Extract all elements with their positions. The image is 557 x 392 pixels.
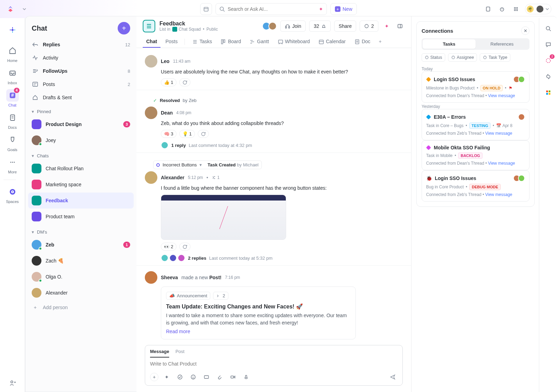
reaction[interactable]: 👍 1	[161, 78, 176, 86]
panel-toggle-icon[interactable]	[395, 21, 405, 31]
thread-summary[interactable]: 1 replyLast comment today at 4:32 pm	[161, 141, 403, 149]
section-DM's[interactable]: ▾DM's	[25, 225, 136, 237]
sidebar-item[interactable]: Feedback	[28, 193, 134, 209]
guests-button[interactable]: 2	[360, 21, 378, 32]
composer-input[interactable]	[150, 361, 398, 367]
add-reaction[interactable]	[179, 243, 190, 251]
member-count[interactable]: 32	[309, 21, 331, 32]
search-field[interactable]	[228, 6, 316, 12]
nav-more[interactable]: More	[3, 154, 22, 176]
task-chip[interactable]: Incorrect Buttons▾Task Created by Michae…	[153, 160, 262, 169]
view-board[interactable]: Board	[217, 36, 244, 48]
add-reaction[interactable]	[198, 130, 209, 138]
app-logo[interactable]	[6, 4, 15, 14]
connection-card[interactable]: 🐞Login SSO Issues Bug in Core Product•DE…	[422, 170, 529, 202]
user-menu[interactable]: 🌴	[525, 4, 551, 14]
section-Chats[interactable]: ▾Chats	[25, 148, 136, 160]
sidebar-item[interactable]: Alexander	[25, 285, 136, 301]
add-person[interactable]: +Add person	[25, 301, 136, 314]
sidebar-item[interactable]: Product Design3	[25, 116, 136, 132]
comment-icon[interactable]	[543, 39, 554, 50]
calendar-icon[interactable]	[200, 3, 212, 15]
video-icon[interactable]	[228, 372, 238, 382]
sidebar-item[interactable]: Zach 🍕	[25, 253, 136, 269]
sidebar-item-activity[interactable]: Activity	[25, 51, 136, 64]
sidebar-item[interactable]: Zeb1	[25, 237, 136, 253]
nav-docs[interactable]: Docs	[3, 109, 22, 132]
sidebar-item-posts[interactable]: Posts2	[25, 78, 136, 91]
sidebar-item[interactable]: Chat Rollout Plan	[25, 160, 136, 177]
section-Pinned[interactable]: ▾Pinned	[25, 104, 136, 116]
sidebar-item-followups[interactable]: FollowUps8	[25, 64, 136, 78]
composer-tab-post[interactable]: Post	[175, 349, 185, 358]
apps-grid-icon[interactable]	[511, 4, 521, 14]
sidebar-item[interactable]: Joey	[25, 132, 136, 148]
sidebar-item[interactable]: Olga O.	[25, 269, 136, 285]
new-chat-button[interactable]: +	[118, 22, 130, 34]
view-gantt[interactable]: Gantt	[246, 36, 272, 48]
activity-icon[interactable]: 2	[543, 55, 554, 66]
view-message-link[interactable]: View message	[488, 161, 515, 166]
view-list[interactable]: Tasks	[188, 36, 215, 48]
reaction[interactable]: 🧠 3	[161, 130, 176, 138]
task-icon[interactable]	[175, 372, 185, 382]
sync-icon[interactable]	[543, 71, 554, 82]
join-button[interactable]: Join	[280, 21, 306, 32]
member-avatars[interactable]	[262, 22, 277, 30]
reaction[interactable]: 👀 2	[161, 243, 176, 251]
sidebar-item[interactable]: Product team	[25, 209, 136, 225]
connection-card[interactable]: Mobile Okta SSO Failing Task in Mobile•B…	[422, 140, 529, 170]
share-button[interactable]: Share	[334, 21, 356, 32]
mic-icon[interactable]	[241, 372, 251, 382]
ai-icon[interactable]: ✦	[162, 372, 172, 382]
composer-tab-message[interactable]: Message	[150, 349, 169, 358]
tab-Chat[interactable]: Chat	[143, 36, 160, 48]
view-calendar[interactable]: Calendar	[315, 36, 349, 48]
search-icon[interactable]	[543, 23, 554, 34]
workspace-icon[interactable]	[3, 22, 22, 38]
sidebar-item[interactable]: Marketing space	[25, 177, 136, 193]
gif-icon[interactable]	[202, 372, 211, 382]
view-message-link[interactable]: View message	[485, 131, 512, 136]
chevron-down-icon[interactable]: ▾	[199, 162, 202, 167]
view-message-link[interactable]: View message	[488, 93, 515, 98]
view-doc[interactable]: Doc	[351, 36, 374, 48]
view-message-link[interactable]: View message	[485, 192, 512, 197]
filter-chip[interactable]: Status	[422, 53, 445, 62]
emoji-icon[interactable]	[188, 372, 198, 382]
sidebar-item-drafts[interactable]: Drafts & Sent	[25, 91, 136, 104]
attachment-image[interactable]	[161, 195, 286, 240]
add-reaction[interactable]	[179, 78, 190, 86]
ai-icon[interactable]: ✦	[382, 21, 392, 31]
view-whiteboard[interactable]: Whiteboard	[274, 36, 314, 48]
plus-icon[interactable]: +	[150, 373, 158, 381]
nav-goals[interactable]: Goals	[3, 132, 22, 154]
chevron-down-icon[interactable]	[19, 4, 29, 14]
filter-chip[interactable]: Assignee	[448, 53, 477, 62]
reaction[interactable]: 💡 1	[179, 130, 195, 138]
apps-icon[interactable]	[543, 87, 554, 98]
nav-spaces[interactable]: Spaces	[3, 183, 22, 206]
connection-card[interactable]: Login SSO Issues Milestone in Bugs Produ…	[422, 71, 529, 103]
close-icon[interactable]: ✕	[521, 26, 529, 35]
add-view[interactable]: +	[375, 36, 385, 48]
clipboard-icon[interactable]	[483, 4, 493, 14]
filter-chip[interactable]: Task Type	[480, 53, 510, 62]
send-icon[interactable]	[388, 372, 398, 382]
read-more-link[interactable]: Read more	[166, 329, 190, 334]
nav-inbox[interactable]: Inbox	[3, 65, 22, 87]
conn-tab-tasks[interactable]: Tasks	[423, 39, 476, 49]
sidebar-item-reply[interactable]: Replies12	[25, 38, 136, 51]
connection-card[interactable]: E30A – Errors Task in Core – Bugs•TESTIN…	[422, 109, 529, 140]
new-button[interactable]: + New	[330, 3, 357, 15]
tab-Posts[interactable]: Posts	[162, 36, 181, 48]
invite-icon[interactable]	[3, 377, 22, 389]
nav-chat[interactable]: 4#Chat	[3, 87, 22, 109]
search-input[interactable]: ✦	[215, 3, 327, 15]
attachment-icon[interactable]	[215, 372, 225, 382]
timer-icon[interactable]	[497, 4, 507, 14]
conn-tab-references[interactable]: References	[476, 39, 528, 49]
nav-home[interactable]: Home	[3, 42, 22, 65]
post-card[interactable]: 📣Announcement2Team Update: Exciting Chan…	[161, 287, 356, 339]
thread-summary[interactable]: 2 repliesLast comment today at 5:32 pm	[161, 254, 403, 262]
